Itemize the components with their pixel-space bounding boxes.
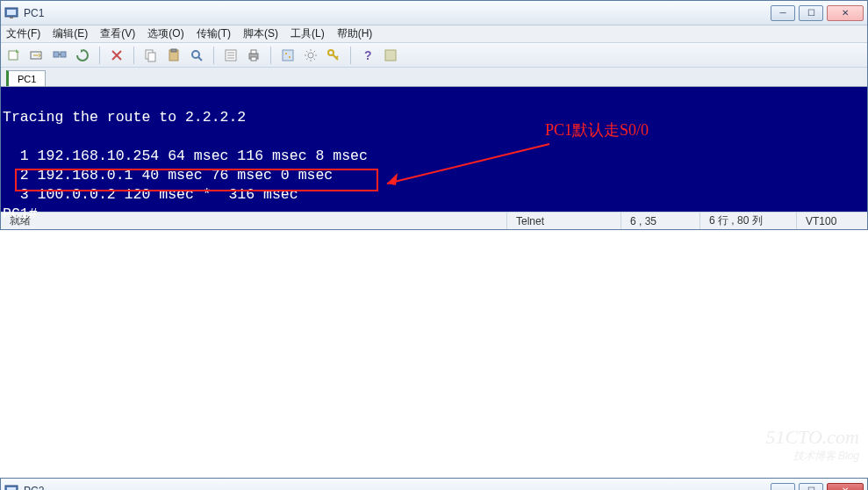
titlebar[interactable]: PC2 ─ ☐ ✕ xyxy=(1,479,867,490)
svg-rect-1 xyxy=(7,10,16,15)
about-icon[interactable] xyxy=(383,47,398,63)
maximize-button[interactable]: ☐ xyxy=(799,483,823,491)
menu-file[interactable]: 文件(F) xyxy=(6,26,40,41)
window-buttons: ─ ☐ ✕ xyxy=(771,5,864,21)
annotation-text: PC1默认走S0/0 xyxy=(545,120,649,140)
term-line: Tracing the route to 2.2.2.2 xyxy=(3,109,246,126)
separator xyxy=(99,47,100,64)
app-icon xyxy=(4,484,18,491)
status-cursor: 6 , 35 xyxy=(621,213,700,229)
key-icon[interactable] xyxy=(326,47,341,63)
separator xyxy=(133,47,134,64)
reconnect-icon[interactable] xyxy=(75,47,90,63)
new-session-icon[interactable] xyxy=(6,47,22,63)
svg-rect-11 xyxy=(148,53,155,61)
toolbar: ? xyxy=(1,43,867,68)
minimize-button[interactable]: ─ xyxy=(771,483,795,491)
titlebar[interactable]: PC1 ─ ☐ ✕ xyxy=(1,1,867,25)
watermark-line2: 技术博客 Blog xyxy=(765,449,859,464)
menu-help[interactable]: 帮助(H) xyxy=(337,26,373,41)
svg-point-26 xyxy=(308,53,313,58)
svg-point-25 xyxy=(289,56,291,58)
watermark: 51CTO.com 技术博客 Blog xyxy=(765,426,859,464)
paste-icon[interactable] xyxy=(166,47,182,63)
svg-rect-13 xyxy=(171,49,176,52)
print-icon[interactable] xyxy=(246,47,262,63)
status-emu: VT100 xyxy=(797,213,867,229)
menu-transfer[interactable]: 传输(T) xyxy=(197,26,231,41)
copy-icon[interactable] xyxy=(143,47,159,63)
menu-options[interactable]: 选项(O) xyxy=(147,26,183,41)
menu-tools[interactable]: 工具(L) xyxy=(291,26,325,41)
svg-rect-23 xyxy=(283,50,293,61)
svg-text:?: ? xyxy=(364,48,372,62)
tab-row: PC1 xyxy=(1,68,867,87)
menu-view[interactable]: 查看(V) xyxy=(100,26,135,41)
window-title: PC2 xyxy=(24,485,771,491)
settings-icon[interactable] xyxy=(303,47,319,63)
separator xyxy=(213,47,214,64)
tab-label: PC1 xyxy=(18,74,36,84)
term-line: PC1# xyxy=(3,205,38,222)
app-icon xyxy=(4,6,18,20)
minimize-button[interactable]: ─ xyxy=(771,5,795,21)
status-proto: Telnet xyxy=(507,213,621,229)
close-button[interactable]: ✕ xyxy=(827,5,864,21)
watermark-line1: 51CTO.com xyxy=(765,426,859,449)
menu-script[interactable]: 脚本(S) xyxy=(243,26,278,41)
options-icon[interactable] xyxy=(280,47,296,63)
svg-rect-2 xyxy=(10,17,13,18)
svg-line-32 xyxy=(387,144,549,184)
find-icon[interactable] xyxy=(189,47,204,63)
svg-point-14 xyxy=(192,51,199,58)
arrow-icon xyxy=(378,140,554,192)
svg-point-24 xyxy=(285,53,287,54)
term-line: 3 100.0.0.2 120 msec * 316 msec xyxy=(3,186,298,203)
help-icon[interactable]: ? xyxy=(360,47,376,63)
term-line: 2 192.168.0.1 40 msec 76 msec 0 msec xyxy=(3,167,333,184)
terminal-output[interactable]: Tracing the route to 2.2.2.2 1 192.168.1… xyxy=(1,87,867,212)
close-button[interactable]: ✕ xyxy=(827,483,864,491)
svg-rect-22 xyxy=(251,57,256,61)
window-pc2: PC2 ─ ☐ ✕ 文件(F) 编辑(E) 查看(V) 选项(O) 传输(T) … xyxy=(0,478,868,490)
quick-connect-icon[interactable] xyxy=(29,47,45,63)
connect-icon[interactable] xyxy=(52,47,68,63)
term-line: 1 192.168.10.254 64 msec 116 msec 8 msec xyxy=(3,148,368,164)
window-pc1: PC1 ─ ☐ ✕ 文件(F) 编辑(E) 查看(V) 选项(O) 传输(T) … xyxy=(0,0,868,230)
svg-rect-21 xyxy=(251,50,256,54)
session-tab[interactable]: PC1 xyxy=(6,70,46,86)
properties-icon[interactable] xyxy=(223,47,239,63)
svg-line-29 xyxy=(336,56,338,58)
status-ready: 就绪 xyxy=(1,213,507,229)
window-title: PC1 xyxy=(24,7,771,19)
disconnect-icon[interactable] xyxy=(109,47,125,63)
separator xyxy=(350,47,351,64)
maximize-button[interactable]: ☐ xyxy=(799,5,823,21)
svg-rect-5 xyxy=(54,52,59,57)
svg-rect-34 xyxy=(7,487,16,491)
menubar: 文件(F) 编辑(E) 查看(V) 选项(O) 传输(T) 脚本(S) 工具(L… xyxy=(1,25,867,43)
window-buttons: ─ ☐ ✕ xyxy=(771,483,864,491)
statusbar: 就绪 Telnet 6 , 35 6 行 , 80 列 VT100 xyxy=(1,212,867,229)
svg-rect-6 xyxy=(61,52,66,57)
status-size: 6 行 , 80 列 xyxy=(700,213,797,229)
separator xyxy=(270,47,271,64)
menu-edit[interactable]: 编辑(E) xyxy=(53,26,88,41)
svg-rect-31 xyxy=(385,50,396,61)
svg-line-15 xyxy=(198,57,202,61)
